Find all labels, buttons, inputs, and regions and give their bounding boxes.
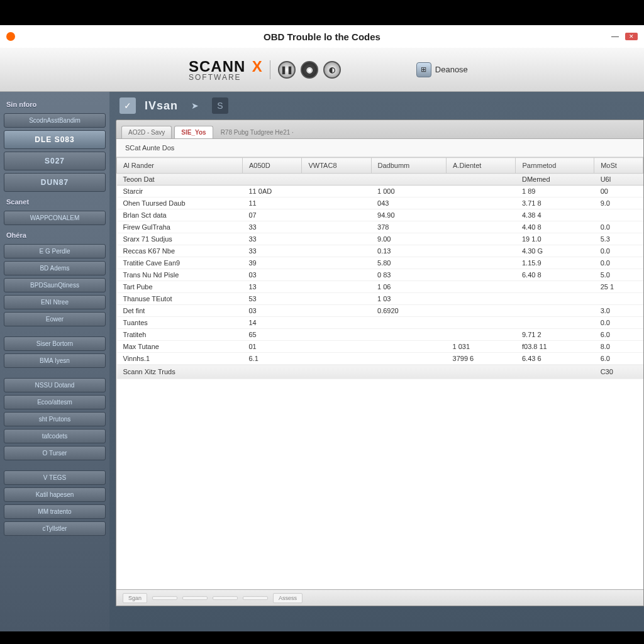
table-cell: DMemed xyxy=(516,174,594,186)
tab[interactable]: AO2D - Savy xyxy=(121,126,172,138)
table-cell: Tratitie Cave Ean9 xyxy=(117,257,243,269)
sidebar-item[interactable]: WAPPCONALEM xyxy=(4,211,106,225)
table-cell: 4.30 G xyxy=(516,245,594,257)
titlebar: OBD Trouble lo the Codes — ✕ xyxy=(0,25,644,48)
toolbar-item[interactable] xyxy=(243,596,268,600)
table-row[interactable]: Firew GulTraha333784.40 80.0 xyxy=(117,221,643,233)
sidebar-item[interactable]: Siser Bortorn xyxy=(4,336,106,351)
table-row[interactable]: Tratiteh659.71 26.0 xyxy=(117,329,643,341)
table-cell: Firew GulTraha xyxy=(117,221,243,233)
table-cell xyxy=(302,341,371,353)
table-cell: 0.0 xyxy=(594,245,643,257)
column-header[interactable]: Parnmetod xyxy=(516,158,594,174)
record-icon[interactable]: ◉ xyxy=(301,61,318,79)
toolbar-item[interactable]: Assess xyxy=(273,593,303,603)
table-cell: Starcir xyxy=(117,186,243,197)
table-row[interactable]: Det fint030.69203.0 xyxy=(117,305,643,317)
sidebar-item[interactable]: Ecoo/attesm xyxy=(4,395,106,409)
table-cell: 1 000 xyxy=(371,186,447,197)
table-row[interactable]: Brlan Sct data0794.904.38 4 xyxy=(117,209,643,221)
table-cell: 0.6920 xyxy=(371,305,447,317)
sidebar-item[interactable]: tafcodets xyxy=(4,429,106,443)
table-cell: Teoon Dat xyxy=(117,174,243,186)
toolbar-item[interactable]: Sgan xyxy=(123,593,147,603)
sidebar-section-3: Ohéra xyxy=(4,228,106,242)
pause-icon[interactable]: ❚❚ xyxy=(278,61,296,79)
sidebar-item[interactable]: V TEGS xyxy=(4,470,106,485)
check-icon[interactable]: ✓ xyxy=(119,97,136,114)
toolbar-item[interactable] xyxy=(213,596,238,600)
sidebar-item[interactable]: DLE S083 xyxy=(4,130,106,149)
table-row[interactable]: Thanuse TEutot531 03 xyxy=(117,293,643,305)
table-cell xyxy=(516,317,594,329)
gauge-icon[interactable]: ◐ xyxy=(323,61,341,79)
signal-icon[interactable]: ➤ xyxy=(187,97,203,114)
minimize-button[interactable]: — xyxy=(609,31,621,42)
column-header[interactable]: A050D xyxy=(243,158,302,174)
table-cell: 13 xyxy=(243,281,302,293)
sidebar-item[interactable]: Eower xyxy=(4,312,106,326)
table-cell: 8.0 xyxy=(594,341,643,353)
table-row[interactable]: Tratitie Cave Ean9395.801.15.90.0 xyxy=(117,257,643,269)
table-row[interactable]: Scann Xitz TrudsC30 xyxy=(117,365,643,379)
table-cell xyxy=(302,245,371,257)
sidebar-item[interactable]: S027 xyxy=(4,152,106,170)
sidebar-section-1: Sin nforo xyxy=(4,97,106,111)
toolbar-item[interactable] xyxy=(152,596,177,600)
table-cell xyxy=(371,365,447,379)
table-cell xyxy=(302,209,371,221)
table-cell xyxy=(447,221,516,233)
table-cell: 3.71 8 xyxy=(516,197,594,209)
table-cell: 07 xyxy=(243,209,302,221)
column-header[interactable]: Dadbumm xyxy=(371,158,447,174)
table-row[interactable]: Reccas K67 Nbe330.134.30 G0.0 xyxy=(117,245,643,257)
sidebar-item[interactable]: BD Adems xyxy=(4,261,106,275)
table-cell: 14 xyxy=(243,317,302,329)
table-cell xyxy=(447,281,516,293)
sidebar-item[interactable]: DUN87 xyxy=(4,173,106,192)
sidebar-item[interactable]: MM tratento xyxy=(4,504,106,519)
table-cell: U6l xyxy=(594,174,643,186)
table-row[interactable]: Srarx 71 Sudjus339.0019 1.05.3 xyxy=(117,233,643,245)
table-row[interactable]: Tart Pube131 0625 1 xyxy=(117,281,643,293)
tool-icon[interactable]: S xyxy=(212,97,228,114)
table-cell xyxy=(516,365,594,379)
sidebar-item[interactable]: cTyllstler xyxy=(4,521,106,536)
sidebar-item[interactable]: BMA Iyesn xyxy=(4,353,106,368)
sidebar-item[interactable]: NSSU Dotand xyxy=(4,378,106,392)
column-header[interactable]: MoSt xyxy=(594,158,643,174)
bottom-toolbar: Sgan Assess xyxy=(116,589,643,606)
table-cell: 11 0AD xyxy=(243,186,302,197)
table-row[interactable]: Max Tutane011 031f03.8 118.0 xyxy=(117,341,643,353)
tab[interactable]: SIE_Yos xyxy=(174,126,213,138)
table-cell: 5.80 xyxy=(371,257,447,269)
table-cell: 00 xyxy=(594,186,643,197)
column-header[interactable]: Al Rander xyxy=(117,158,243,174)
table-row[interactable]: Starcir11 0AD1 0001 8900 xyxy=(117,186,643,197)
table-cell: 1.15.9 xyxy=(516,257,594,269)
toolbar-item[interactable] xyxy=(182,596,208,600)
table-cell xyxy=(447,329,516,341)
table-row[interactable]: Vinnhs.16.13799 66.43 66.0 xyxy=(117,353,643,365)
column-header[interactable]: A.Dientet xyxy=(447,158,516,174)
table-cell xyxy=(447,245,516,257)
table-cell: Tratiteh xyxy=(117,329,243,341)
sidebar-item[interactable]: ScodnAsstBandim xyxy=(4,113,106,128)
table-row[interactable]: Tuantes140.0 xyxy=(117,317,643,329)
sidebar-item[interactable]: ENI Ntree xyxy=(4,295,106,309)
data-table: Al RanderA050DVWTAC8DadbummA.DientetParn… xyxy=(116,157,643,379)
sidebar-item[interactable]: sht Prutons xyxy=(4,412,106,426)
sidebar-item[interactable]: E G Perdle xyxy=(4,244,106,258)
table-cell xyxy=(447,257,516,269)
close-button[interactable]: ✕ xyxy=(625,33,638,40)
table-row[interactable]: Teoon DatDMemedU6l xyxy=(117,174,643,186)
diagnose-button[interactable]: ⊞ Deanose xyxy=(416,62,468,77)
sidebar-item[interactable]: BPDSaunQtiness xyxy=(4,278,106,292)
table-cell xyxy=(447,174,516,186)
sidebar-item[interactable]: O Turser xyxy=(4,446,106,460)
table-row[interactable]: Ohen Tuursed Daub110433.71 89.0 xyxy=(117,197,643,209)
table-row[interactable]: Trans Nu Nd Pisle030 836.40 85.0 xyxy=(117,269,643,281)
column-header[interactable]: VWTAC8 xyxy=(302,158,371,174)
table-wrap[interactable]: Al RanderA050DVWTAC8DadbummA.DientetParn… xyxy=(116,157,643,589)
sidebar-item[interactable]: Katil hapesen xyxy=(4,487,106,502)
